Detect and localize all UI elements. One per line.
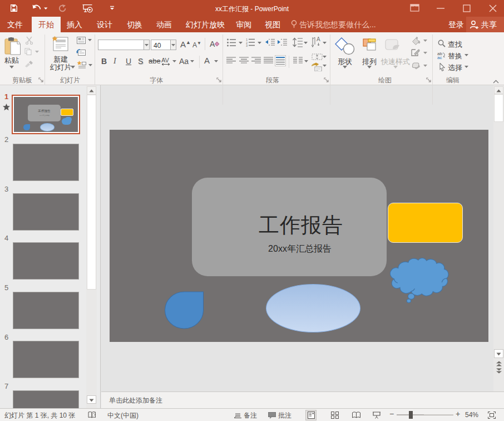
- svg-text:3: 3: [246, 44, 248, 47]
- svg-text:A: A: [317, 36, 320, 42]
- svg-text:ac: ac: [437, 55, 442, 59]
- svg-text:AV: AV: [161, 57, 170, 63]
